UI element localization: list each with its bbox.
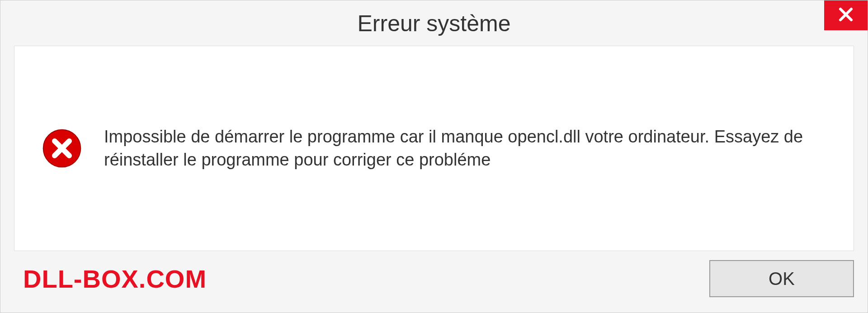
error-message: Impossible de démarrer le programme car … xyxy=(104,125,826,172)
titlebar: Erreur système xyxy=(0,0,868,46)
error-icon xyxy=(42,128,82,169)
error-dialog: Erreur système Impossible de démarrer le… xyxy=(0,0,868,313)
dialog-title: Erreur système xyxy=(358,10,511,37)
watermark-text: DLL-BOX.COM xyxy=(14,264,207,294)
ok-button-label: OK xyxy=(769,269,795,289)
ok-button[interactable]: OK xyxy=(709,260,854,297)
close-icon xyxy=(838,6,854,24)
footer: DLL-BOX.COM OK xyxy=(0,260,868,313)
content-area: Impossible de démarrer le programme car … xyxy=(14,46,854,251)
close-button[interactable] xyxy=(824,0,868,30)
